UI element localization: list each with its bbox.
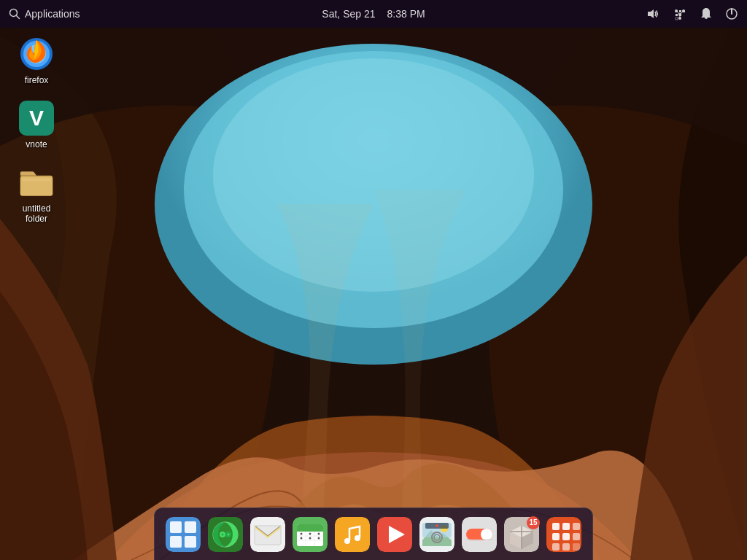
vnote-icon-desktop[interactable]: V vnote	[7, 101, 66, 150]
svg-point-5	[213, 58, 534, 292]
software-manager-badge: 15	[527, 516, 540, 529]
svg-point-76	[481, 529, 492, 540]
svg-point-58	[301, 537, 303, 539]
svg-line-7	[17, 16, 20, 19]
svg-point-73	[436, 524, 438, 527]
svg-point-55	[301, 532, 303, 534]
panel-date: Sat, Sep 21	[322, 8, 375, 20]
svg-rect-34	[185, 521, 196, 533]
svg-point-60	[318, 537, 320, 539]
panel-system-tray	[646, 7, 738, 20]
applications-menu[interactable]: Applications	[9, 8, 80, 20]
svg-rect-90	[573, 543, 580, 551]
folder-icon-image	[19, 165, 54, 200]
firefox-label: firefox	[22, 74, 52, 86]
dock-calendar[interactable]	[290, 515, 330, 554]
svg-text:V: V	[29, 106, 44, 130]
firefox-icon-image	[19, 36, 54, 71]
svg-rect-36	[185, 536, 196, 548]
notification-icon[interactable]	[700, 7, 712, 20]
network-icon[interactable]	[673, 7, 687, 20]
svg-rect-82	[552, 523, 560, 530]
svg-rect-85	[552, 533, 560, 540]
svg-rect-50	[297, 529, 323, 532]
svg-rect-11	[676, 18, 678, 20]
svg-point-57	[318, 532, 320, 534]
svg-rect-33	[170, 521, 182, 533]
panel-time: 8:38 PM	[387, 8, 425, 20]
firefox-icon-desktop[interactable]: firefox	[7, 36, 66, 86]
svg-point-56	[309, 532, 311, 534]
folder-icon-desktop[interactable]: untitled folder	[7, 165, 66, 225]
svg-point-62	[344, 538, 350, 544]
volume-icon[interactable]	[646, 7, 659, 20]
dock-show-desktop[interactable]	[163, 515, 203, 554]
top-panel: Applications Sat, Sep 21 8:38 PM	[0, 0, 747, 28]
dock-appgrid[interactable]	[544, 515, 584, 554]
svg-rect-83	[562, 523, 570, 530]
svg-rect-61	[335, 517, 370, 552]
dock-settings[interactable]	[460, 515, 499, 554]
svg-rect-77	[466, 539, 492, 540]
dock-mail[interactable]	[248, 515, 287, 554]
folder-label: untitled folder	[7, 203, 66, 225]
applications-label: Applications	[25, 8, 80, 20]
svg-point-63	[355, 535, 360, 541]
dock-browser[interactable]	[206, 515, 245, 554]
vnote-label: vnote	[23, 139, 50, 150]
svg-rect-31	[22, 178, 52, 181]
dock-music[interactable]	[333, 515, 372, 554]
search-icon	[9, 8, 20, 20]
desktop-wallpaper	[0, 0, 747, 560]
dock-software-manager[interactable]: 15	[502, 515, 541, 554]
power-icon[interactable]	[725, 7, 738, 20]
svg-rect-87	[573, 533, 580, 540]
svg-rect-89	[562, 543, 570, 551]
svg-point-42	[222, 533, 224, 535]
svg-point-59	[309, 537, 311, 539]
vnote-icon-image: V	[19, 101, 54, 136]
desktop-icons: firefox V vnote untitled folder	[7, 36, 66, 225]
svg-rect-35	[170, 536, 182, 548]
svg-rect-84	[573, 523, 580, 530]
svg-marker-8	[648, 9, 654, 18]
svg-point-43	[228, 533, 230, 535]
dock-photos[interactable]	[417, 515, 457, 554]
svg-rect-86	[562, 533, 570, 540]
panel-datetime: Sat, Sep 21 8:38 PM	[322, 8, 425, 20]
svg-rect-12	[679, 10, 681, 12]
svg-rect-10	[676, 14, 678, 16]
svg-rect-88	[552, 543, 560, 551]
taskbar-dock: 15	[154, 508, 593, 560]
dock-video[interactable]	[375, 515, 414, 554]
